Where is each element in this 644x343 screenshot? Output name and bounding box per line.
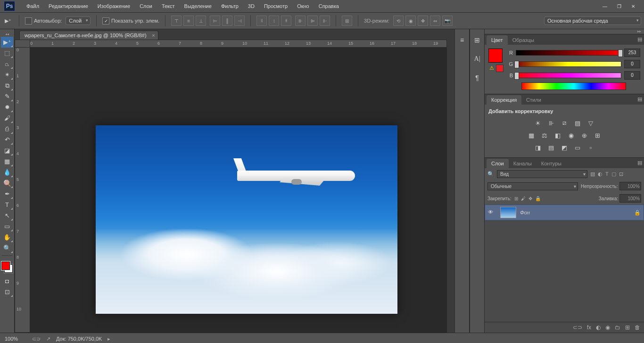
align-left-icon[interactable]: ⊢: [210, 16, 220, 26]
menu-help[interactable]: Справка: [314, 3, 344, 9]
3d-pan-icon[interactable]: ✥: [418, 16, 428, 26]
ruler-vertical[interactable]: 012345678910: [15, 47, 31, 333]
menu-image[interactable]: Изображение: [93, 3, 135, 9]
window-minimize-button[interactable]: —: [598, 1, 612, 11]
eyedropper-tool[interactable]: ✎: [1, 91, 13, 102]
distribute-top-icon[interactable]: ⫴: [256, 16, 267, 26]
brightness-icon[interactable]: ☀: [533, 119, 543, 127]
menu-edit[interactable]: Редактирование: [44, 3, 93, 9]
history-panel-icon[interactable]: ≡: [457, 35, 467, 45]
color-swatches[interactable]: [1, 261, 13, 273]
new-adjustment-icon[interactable]: ◉: [605, 324, 610, 331]
paragraph-panel-icon[interactable]: A|: [472, 54, 482, 64]
fill-input[interactable]: [619, 194, 641, 203]
quickmask-tool[interactable]: ◘: [1, 276, 13, 286]
show-controls-checkbox[interactable]: Показать упр. элем.: [102, 17, 159, 24]
gradientmap-icon[interactable]: ▭: [573, 143, 582, 152]
gamut-warning-icon[interactable]: ⚠: [488, 65, 495, 71]
dodge-tool[interactable]: 🍭: [1, 178, 13, 188]
menu-3d[interactable]: 3D: [243, 3, 259, 9]
3d-orbit-icon[interactable]: ⟲: [393, 16, 404, 26]
screenmode-tool[interactable]: ⊡: [1, 286, 13, 297]
filter-pixel-icon[interactable]: ▧: [590, 171, 595, 177]
history-brush-tool[interactable]: ↶: [1, 134, 13, 145]
align-vcenter-icon[interactable]: ≡: [183, 16, 194, 26]
foreground-color-swatch[interactable]: [1, 261, 10, 270]
glyphs-panel-icon[interactable]: ¶: [472, 73, 482, 83]
zoom-input[interactable]: [4, 335, 26, 342]
menu-file[interactable]: Файл: [22, 3, 44, 9]
filter-type-icon[interactable]: T: [605, 171, 609, 177]
menu-filter[interactable]: Фильтр: [216, 3, 243, 9]
align-right-icon[interactable]: ⊣: [234, 16, 245, 26]
window-restore-button[interactable]: ❐: [612, 1, 626, 11]
distribute-right-icon[interactable]: ⊩: [320, 16, 330, 26]
hand-tool[interactable]: ✋: [1, 232, 13, 243]
clone-stamp-tool[interactable]: ⎙: [1, 123, 13, 134]
canvas[interactable]: [96, 125, 397, 314]
3d-slide-icon[interactable]: ⇔: [430, 16, 440, 26]
lock-all-icon[interactable]: 🔒: [535, 196, 541, 201]
brush-tool[interactable]: 🖌: [1, 113, 13, 123]
type-tool[interactable]: T: [1, 199, 13, 210]
distribute-bottom-icon[interactable]: ⫵: [281, 16, 291, 26]
blur-tool[interactable]: 💧: [1, 167, 13, 178]
magic-wand-tool[interactable]: ✴: [1, 69, 13, 80]
adjust-panel-menu-icon[interactable]: ▤: [637, 96, 642, 102]
posterize-icon[interactable]: ▤: [546, 143, 556, 152]
status-icon-1[interactable]: ⊂⊃: [32, 336, 41, 342]
tab-paths[interactable]: Контуры: [537, 159, 566, 168]
marquee-tool[interactable]: ⬚: [1, 48, 13, 58]
curves-icon[interactable]: ⧄: [560, 119, 569, 127]
3d-camera-icon[interactable]: 📷: [442, 16, 453, 26]
selectivecolor-icon[interactable]: ▫: [586, 143, 595, 152]
exposure-icon[interactable]: ▨: [573, 119, 582, 127]
r-value[interactable]: 253: [624, 49, 640, 57]
opacity-input[interactable]: [619, 182, 641, 190]
filter-adjust-icon[interactable]: ◐: [598, 171, 603, 177]
menu-window[interactable]: Окно: [292, 3, 314, 9]
distribute-vcenter-icon[interactable]: ⫶: [269, 16, 279, 26]
hue-icon[interactable]: ▦: [527, 131, 536, 139]
panels-collapse-icon[interactable]: ▸▸: [485, 29, 644, 34]
bw-icon[interactable]: ◧: [553, 131, 562, 139]
link-layers-icon[interactable]: ⊂⊃: [573, 324, 582, 331]
r-slider[interactable]: [516, 50, 621, 56]
tab-adjustments[interactable]: Коррекция: [487, 95, 521, 105]
toolbox-collapse-icon[interactable]: ◂◂: [0, 32, 14, 37]
new-layer-icon[interactable]: ⊞: [625, 324, 630, 331]
g-slider[interactable]: [516, 61, 621, 67]
layer-row[interactable]: 👁 Фон 🔒: [485, 204, 644, 220]
websafe-swatch[interactable]: [496, 65, 504, 72]
colorlookup-icon[interactable]: ⊞: [593, 131, 602, 139]
gradient-tool[interactable]: ▦: [1, 156, 13, 167]
lock-brush-icon[interactable]: 🖌: [521, 196, 526, 201]
crop-tool[interactable]: ⧉: [1, 80, 13, 91]
filter-shape-icon[interactable]: ▢: [611, 171, 616, 177]
distribute-hcenter-icon[interactable]: ⊫: [307, 16, 318, 26]
align-bottom-icon[interactable]: ⊥: [196, 16, 206, 26]
menu-layers[interactable]: Слои: [135, 3, 157, 9]
tab-styles[interactable]: Стили: [521, 95, 546, 105]
status-flyout-icon[interactable]: ▸: [107, 336, 110, 342]
layer-mask-icon[interactable]: ◐: [596, 324, 601, 331]
blend-mode-dropdown[interactable]: Обычные: [487, 182, 578, 190]
invert-icon[interactable]: ◨: [533, 143, 543, 152]
canvas-viewport[interactable]: [30, 47, 447, 333]
layer-fx-icon[interactable]: fx: [587, 324, 591, 331]
workspace-dropdown[interactable]: Основная рабочая среда: [544, 16, 641, 25]
document-tab[interactable]: wpapers_ru_Самолет-в-небе.jpg @ 100% (RG…: [19, 31, 158, 40]
pen-tool[interactable]: ✒: [1, 188, 13, 199]
layer-thumbnail[interactable]: [500, 207, 516, 218]
tab-swatches[interactable]: Образцы: [508, 35, 539, 45]
eraser-tool[interactable]: ◪: [1, 145, 13, 156]
3d-roll-icon[interactable]: ◉: [405, 16, 416, 26]
layer-lock-icon[interactable]: 🔒: [634, 210, 641, 216]
photofilter-icon[interactable]: ◉: [566, 131, 576, 139]
visibility-eye-icon[interactable]: 👁: [488, 209, 496, 216]
character-panel-icon[interactable]: ⊞: [472, 35, 482, 45]
menu-text[interactable]: Текст: [157, 3, 180, 9]
delete-layer-icon[interactable]: 🗑: [635, 324, 640, 331]
auto-align-icon[interactable]: ⊞: [342, 16, 352, 26]
align-hcenter-icon[interactable]: ║: [222, 16, 232, 26]
